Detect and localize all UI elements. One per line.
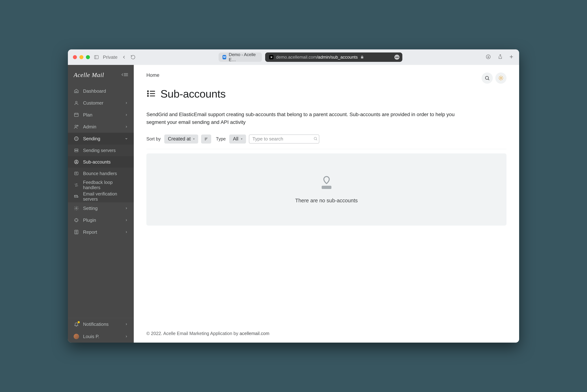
sidebar-item-plan[interactable]: Plan	[68, 109, 134, 121]
sidebar-item-setting[interactable]: Setting	[68, 202, 134, 214]
sidebar-item-label: Dashboard	[83, 88, 128, 94]
svg-line-51	[316, 140, 317, 140]
minimize-window-button[interactable]	[79, 55, 83, 59]
svg-point-28	[76, 231, 77, 232]
footer-link[interactable]: acellemail.com	[239, 331, 269, 336]
sidebar-nav: Dashboard Customer Plan Admin	[68, 85, 134, 318]
list-icon	[146, 89, 156, 99]
svg-point-15	[75, 125, 77, 127]
svg-rect-24	[75, 195, 77, 198]
page-description: SendGrid and ElasticEmail support creati…	[146, 110, 475, 126]
sidebar-item-user-menu[interactable]: Louis P.	[68, 330, 134, 342]
sidebar-item-notifications[interactable]: Notifications	[68, 318, 134, 330]
chevron-right-icon	[125, 112, 128, 118]
theme-toggle-button[interactable]	[495, 72, 506, 84]
reload-button[interactable]	[131, 55, 136, 60]
brand-logo[interactable]: Acelle Mail	[74, 72, 104, 78]
browser-window: Private M Demo - Acelle E… ✕ demo.acelle…	[68, 50, 519, 342]
sidebar-item-label: Customer	[83, 100, 121, 106]
window-controls	[73, 55, 90, 59]
sidebar-item-sending[interactable]: Sending	[68, 133, 134, 144]
page-title: Sub-accounts	[160, 88, 226, 100]
svg-point-30	[485, 76, 489, 80]
admin-icon	[74, 124, 79, 130]
sidebar-item-label: Setting	[83, 206, 121, 211]
empty-state-message: There are no sub-accounts	[295, 198, 358, 204]
downloads-button[interactable]	[486, 54, 491, 60]
search-icon	[313, 136, 318, 142]
svg-line-38	[502, 79, 502, 80]
caret-down-icon: ▾	[241, 137, 242, 141]
sidebar-item-dashboard[interactable]: Dashboard	[68, 85, 134, 97]
verification-icon	[74, 194, 79, 199]
sidebar-item-label: Admin	[83, 124, 121, 130]
svg-point-16	[77, 125, 78, 126]
sort-by-select[interactable]: Created at ▾	[164, 134, 198, 144]
feedback-loop-icon	[74, 182, 79, 188]
sidebar-toggle-button[interactable]	[94, 55, 99, 60]
lock-icon: 🔒︎	[360, 55, 364, 59]
url-host: demo.acellemail.com	[276, 55, 317, 60]
search-input[interactable]	[252, 136, 311, 142]
sidebar-item-label: Notifications	[83, 322, 121, 327]
sidebar-item-admin[interactable]: Admin	[68, 121, 134, 133]
svg-line-31	[488, 79, 489, 80]
svg-point-50	[314, 137, 317, 140]
tab-more-button[interactable]: •••	[394, 55, 399, 60]
private-mode-label: Private	[103, 54, 118, 60]
tab-favicon: ✕	[269, 55, 273, 59]
breadcrumb[interactable]: Home	[146, 72, 159, 78]
sidebar-item-label: Louis P.	[83, 334, 121, 339]
sidebar-item-customer[interactable]: Customer	[68, 97, 134, 109]
new-tab-button[interactable]	[509, 54, 514, 60]
tab-url: demo.acellemail.com/admin/sub_accounts	[276, 55, 358, 60]
sidebar-item-label: Report	[83, 229, 121, 235]
sidebar-item-report[interactable]: Report	[68, 226, 134, 238]
sidebar-item-label: Bounce handlers	[83, 171, 128, 176]
svg-line-40	[502, 76, 502, 77]
bounce-icon	[74, 171, 79, 176]
sort-direction-button[interactable]	[201, 134, 211, 144]
browser-right-actions	[486, 54, 514, 60]
sidebar-item-feedback-loop[interactable]: Feedback loop handlers	[68, 179, 134, 191]
caret-down-icon: ▾	[193, 137, 195, 141]
sidebar-item-sub-accounts[interactable]: Sub-accounts	[68, 156, 134, 168]
sidebar-item-plugin[interactable]: Plugin	[68, 214, 134, 226]
search-field-wrapper	[249, 134, 319, 144]
gear-icon	[74, 206, 79, 211]
svg-rect-19	[75, 149, 78, 150]
filter-bar: Sort by Created at ▾ Type All ▾	[146, 134, 506, 149]
user-icon	[74, 100, 79, 106]
svg-point-32	[500, 77, 502, 79]
plan-icon	[74, 112, 79, 118]
maximize-window-button[interactable]	[86, 55, 90, 59]
svg-point-42	[147, 93, 148, 94]
sidebar-item-label: Feedback loop handlers	[83, 180, 128, 190]
sidebar-sending-submenu: Sending servers Sub-accounts Bounce hand…	[68, 144, 134, 202]
top-actions	[482, 72, 506, 84]
avatar	[74, 334, 79, 339]
tab-title: Demo - Acelle E…	[229, 52, 258, 62]
svg-point-22	[76, 161, 77, 162]
svg-point-18	[76, 138, 77, 140]
sidebar-item-email-verification[interactable]: Email verification servers	[68, 191, 134, 202]
sidebar-item-sending-servers[interactable]: Sending servers	[68, 144, 134, 156]
server-icon	[74, 148, 79, 153]
home-icon	[74, 88, 79, 94]
svg-point-17	[75, 137, 78, 141]
sort-by-label: Sort by	[146, 136, 161, 142]
sending-icon	[74, 136, 79, 141]
sidebar-item-bounce-handlers[interactable]: Bounce handlers	[68, 168, 134, 179]
collapse-sidebar-button[interactable]	[122, 72, 128, 78]
browser-tab-inactive[interactable]: M Demo - Acelle E…	[219, 52, 262, 62]
svg-rect-27	[75, 230, 78, 234]
back-button[interactable]	[122, 55, 127, 60]
type-label: Type	[216, 136, 226, 142]
share-button[interactable]	[497, 54, 502, 60]
search-button[interactable]	[482, 72, 493, 84]
notification-badge	[78, 321, 80, 323]
browser-tab-active[interactable]: ✕ demo.acellemail.com/admin/sub_accounts…	[265, 52, 402, 62]
close-window-button[interactable]	[73, 55, 77, 59]
type-select[interactable]: All ▾	[229, 134, 246, 144]
bell-icon	[74, 322, 79, 327]
